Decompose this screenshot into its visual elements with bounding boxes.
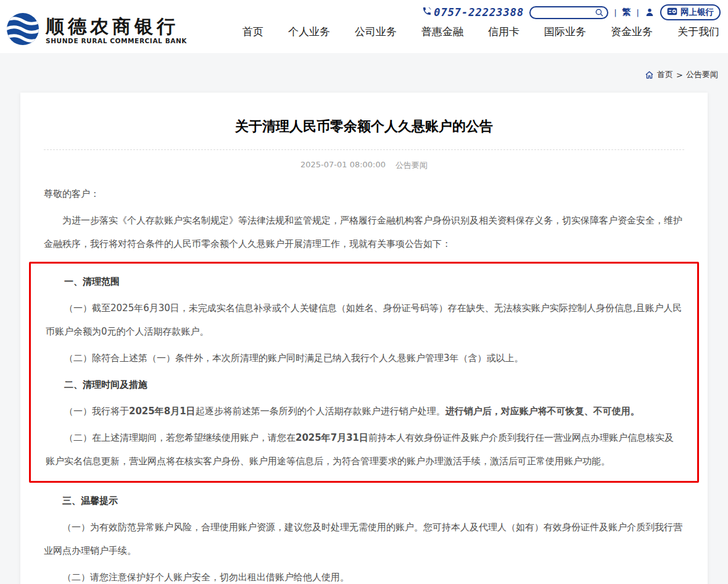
page-title: 关于清理人民币零余额个人久悬账户的公告	[44, 117, 684, 136]
nav-item-inclusive-finance[interactable]: 普惠金融	[421, 25, 463, 39]
nav-item-personal[interactable]: 个人业务	[288, 25, 330, 39]
nav-item-corporate[interactable]: 公司业务	[355, 25, 397, 39]
tips-paragraph-2: （二）请您注意保护好个人账户安全，切勿出租出借账户给他人使用。	[44, 565, 684, 584]
online-banking-button[interactable]: 网上银行	[660, 4, 721, 20]
intro-paragraph: 为进一步落实《个人存款账户实名制规定》等法律法规和监管规定，严格履行金融机构客户…	[44, 209, 684, 256]
phone-number: 0757-22223388	[434, 6, 524, 19]
bank-logo[interactable]: 顺德农商银行 SHUNDE RURAL COMMERCIAL BANK	[6, 12, 187, 48]
online-banking-label: 网上银行	[680, 7, 714, 18]
phone-icon	[422, 6, 432, 19]
salutation: 尊敬的客户：	[44, 182, 684, 206]
divider: |	[614, 8, 616, 17]
bank-name-en: SHUNDE RURAL COMMERCIAL BANK	[46, 37, 187, 44]
nav-item-credit-card[interactable]: 信用卡	[488, 25, 519, 39]
main-nav: 首页 个人业务 公司业务 普惠金融 信用卡 国际业务 资金业务 关于我们	[242, 25, 719, 39]
box-paragraph-3: （一）我行将于2025年8月1日起逐步将前述第一条所列的个人活期存款账户进行销户…	[46, 399, 682, 423]
box-paragraph-2: （二）除符合上述第（一）条件外，本次所清理的账户同时满足已纳入我行个人久悬账户管…	[46, 346, 682, 370]
section-heading-1: 一、清理范围	[46, 270, 682, 293]
online-banking-icon	[667, 7, 677, 17]
search-input[interactable]	[531, 7, 594, 18]
breadcrumb-separator: >	[676, 70, 683, 80]
section-heading-2: 二、清理时间及措施	[46, 373, 682, 396]
highlighted-notice-box: 一、清理范围 （一）截至2025年6月30日，未完成实名信息补录或个人关键信息（…	[29, 262, 699, 483]
user-icon[interactable]	[645, 7, 655, 17]
search-icon[interactable]	[595, 8, 604, 17]
nav-item-about-us[interactable]: 关于我们	[677, 25, 719, 39]
breadcrumb-current[interactable]: 公告要闻	[686, 69, 718, 80]
divider: |	[637, 8, 639, 17]
article-category: 公告要闻	[395, 160, 428, 171]
article-meta: 2025-07-01 08:00:00 公告要闻	[44, 160, 684, 171]
nav-item-home[interactable]: 首页	[242, 25, 263, 39]
breadcrumb-home[interactable]: 首页	[657, 69, 673, 80]
section-heading-3: 三、温馨提示	[44, 489, 684, 512]
tips-paragraph-1: （一）为有效防范异常账户风险，合理使用账户资源，建议您及时处理无需使用的账户。您…	[44, 515, 684, 562]
box-paragraph-4: （二）在上述清理期间，若您希望继续使用账户，请您在2025年7月31日前持本人有…	[46, 426, 682, 473]
breadcrumb: 首页 > 公告要闻	[0, 53, 728, 80]
nav-item-treasury[interactable]: 资金业务	[611, 25, 653, 39]
service-phone: 0757-22223388	[422, 6, 524, 19]
traditional-chinese-toggle[interactable]: 繁	[623, 7, 631, 18]
box-paragraph-1: （一）截至2025年6月30日，未完成实名信息补录或个人关键信息（如姓名、身份证…	[46, 296, 682, 343]
bank-name-cn: 顺德农商银行	[46, 16, 187, 36]
article-content: 尊敬的客户： 为进一步落实《个人存款账户实名制规定》等法律法规和监管规定，严格履…	[44, 182, 684, 584]
home-icon[interactable]	[645, 70, 654, 80]
site-header: 顺德农商银行 SHUNDE RURAL COMMERCIAL BANK 0757…	[0, 0, 728, 53]
bank-globe-icon	[6, 12, 39, 48]
publish-datetime: 2025-07-01 08:00:00	[300, 160, 386, 171]
search-box	[529, 6, 608, 19]
nav-item-international[interactable]: 国际业务	[544, 25, 586, 39]
title-divider	[44, 149, 684, 150]
utility-bar: 0757-22223388 | 繁 |	[422, 4, 721, 20]
announcement-card: 关于清理人民币零余额个人久悬账户的公告 2025-07-01 08:00:00 …	[20, 93, 708, 584]
